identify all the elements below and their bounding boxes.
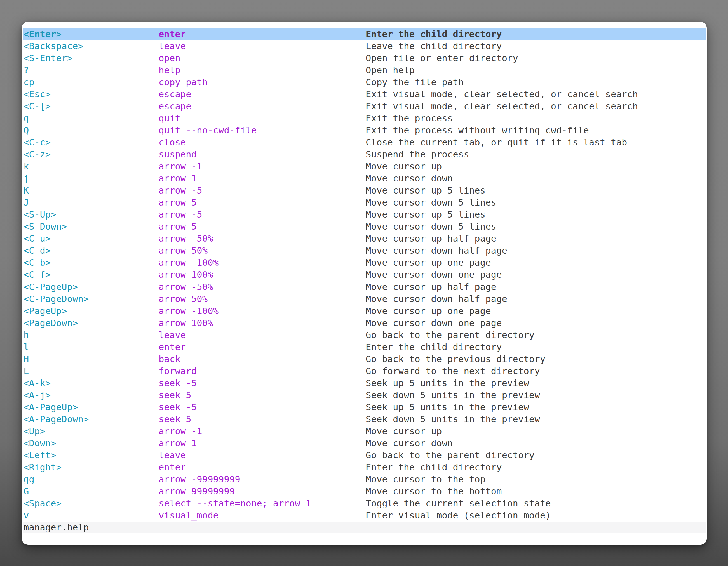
help-row[interactable]: <A-PageDown>seek 5Seek down 5 units in t…: [23, 413, 706, 425]
help-row[interactable]: <A-k>seek -5Seek up 5 units in the previ…: [23, 377, 706, 389]
description-cell: Move cursor down: [366, 438, 453, 448]
command-cell: arrow -1: [159, 161, 202, 172]
key-cell: q: [24, 113, 29, 124]
help-row[interactable]: Jarrow 5Move cursor down 5 lines: [23, 197, 706, 209]
help-row[interactable]: jarrow 1Move cursor down: [23, 173, 706, 185]
command-cell: open: [159, 53, 180, 64]
help-row[interactable]: <Up>arrow -1Move cursor up: [23, 425, 706, 437]
help-row[interactable]: vvisual_modeEnter visual mode (selection…: [23, 509, 706, 522]
key-cell: h: [24, 330, 29, 340]
command-cell: arrow -100%: [159, 257, 219, 268]
help-row[interactable]: <Space>select --state=none; arrow 1Toggl…: [23, 497, 706, 509]
help-row[interactable]: <C-z>suspendSuspend the process: [23, 148, 706, 160]
help-row[interactable]: <C-b>arrow -100%Move cursor up one page: [23, 257, 706, 269]
key-cell: <Backspace>: [24, 41, 83, 51]
description-cell: Seek up 5 units in the preview: [366, 378, 529, 388]
command-cell: arrow 1: [159, 438, 197, 448]
help-row[interactable]: <S-Enter>openOpen file or enter director…: [23, 52, 706, 64]
description-cell: Go back to the previous directory: [366, 354, 545, 364]
help-row[interactable]: <Left>leaveGo back to the parent directo…: [23, 449, 706, 461]
description-cell: Move cursor up one page: [366, 305, 491, 316]
description-cell: Open file or enter directory: [366, 53, 518, 64]
description-cell: Open help: [366, 65, 415, 76]
description-cell: Move cursor up: [366, 161, 442, 172]
command-cell: leave: [159, 41, 186, 51]
key-cell: <Space>: [24, 498, 62, 509]
command-cell: arrow -99999999: [159, 474, 240, 485]
help-row[interactable]: ?helpOpen help: [23, 64, 706, 76]
description-cell: Exit visual mode, clear selected, or can…: [366, 89, 638, 100]
description-cell: Exit the process: [366, 113, 453, 124]
command-cell: escape: [159, 89, 191, 100]
key-cell: <C-z>: [24, 149, 51, 160]
command-cell: enter: [159, 462, 186, 473]
help-row[interactable]: karrow -1Move cursor up: [23, 161, 706, 173]
help-row[interactable]: <A-j>seek 5Seek down 5 units in the prev…: [23, 389, 706, 401]
help-row[interactable]: <C-[>escapeExit visual mode, clear selec…: [23, 100, 706, 112]
help-row-selected[interactable]: <Enter>enterEnter the child directory: [23, 28, 706, 40]
command-cell: arrow 100%: [159, 269, 213, 280]
description-cell: Move cursor up half page: [366, 233, 496, 244]
terminal-help-window: <Enter>enterEnter the child directory<Ba…: [22, 22, 707, 545]
command-cell: arrow -1: [159, 426, 202, 436]
command-cell: leave: [159, 450, 186, 461]
description-cell: Enter the child directory: [366, 462, 502, 473]
help-row[interactable]: <C-c>closeClose the current tab, or quit…: [23, 136, 706, 148]
help-row[interactable]: <C-f>arrow 100%Move cursor down one page: [23, 269, 706, 281]
help-row[interactable]: <S-Down>arrow 5Move cursor down 5 lines: [23, 221, 706, 233]
command-cell: arrow 99999999: [159, 486, 235, 497]
help-row[interactable]: <C-d>arrow 50%Move cursor down half page: [23, 245, 706, 257]
command-cell: seek -5: [159, 378, 197, 388]
description-cell: Copy the file path: [366, 77, 464, 88]
key-cell: G: [24, 486, 29, 497]
command-cell: visual_mode: [159, 510, 219, 521]
help-row[interactable]: HbackGo back to the previous directory: [23, 353, 706, 365]
command-cell: arrow 5: [159, 221, 197, 232]
key-cell: <C-b>: [24, 257, 51, 268]
help-row[interactable]: <C-PageDown>arrow 50%Move cursor down ha…: [23, 293, 706, 305]
key-cell: <C-u>: [24, 233, 51, 244]
help-row[interactable]: hleaveGo back to the parent directory: [23, 329, 706, 341]
description-cell: Move cursor down 5 lines: [366, 197, 496, 208]
command-cell: arrow 50%: [159, 293, 208, 304]
help-row[interactable]: qquitExit the process: [23, 112, 706, 124]
key-cell: ?: [24, 65, 29, 76]
help-row[interactable]: <C-u>arrow -50%Move cursor up half page: [23, 233, 706, 245]
command-cell: enter: [159, 342, 186, 352]
command-cell: arrow 100%: [159, 318, 213, 328]
command-cell: back: [159, 354, 180, 364]
help-row[interactable]: <S-Up>arrow -5Move cursor up 5 lines: [23, 209, 706, 221]
command-cell: arrow -5: [159, 185, 202, 196]
key-cell: <Enter>: [24, 29, 62, 39]
key-cell: Q: [24, 125, 29, 136]
key-cell: H: [24, 354, 29, 364]
help-row[interactable]: Garrow 99999999Move cursor to the bottom: [23, 485, 706, 497]
description-cell: Go back to the parent directory: [366, 330, 534, 340]
help-row[interactable]: Karrow -5Move cursor up 5 lines: [23, 185, 706, 197]
help-row[interactable]: <A-PageUp>seek -5Seek up 5 units in the …: [23, 401, 706, 413]
help-row[interactable]: cpcopy pathCopy the file path: [23, 76, 706, 88]
command-cell: seek 5: [159, 414, 191, 424]
key-cell: <C-PageDown>: [24, 293, 89, 304]
help-row[interactable]: Qquit --no-cwd-fileExit the process with…: [23, 124, 706, 136]
help-row[interactable]: ggarrow -99999999Move cursor to the top: [23, 473, 706, 485]
help-row[interactable]: <C-PageUp>arrow -50%Move cursor up half …: [23, 281, 706, 293]
help-row[interactable]: lenterEnter the child directory: [23, 341, 706, 353]
help-row[interactable]: <Backspace>leaveLeave the child director…: [23, 40, 706, 52]
command-cell: arrow 5: [159, 197, 197, 208]
key-cell: <C-[>: [24, 101, 51, 112]
key-cell: <C-c>: [24, 137, 51, 148]
key-cell: v: [24, 510, 29, 521]
description-cell: Suspend the process: [366, 149, 469, 160]
description-cell: Move cursor down one page: [366, 318, 502, 328]
key-cell: <A-k>: [24, 378, 51, 388]
help-row[interactable]: <PageDown>arrow 100%Move cursor down one…: [23, 317, 706, 329]
help-row[interactable]: LforwardGo forward to the next directory: [23, 365, 706, 377]
help-row[interactable]: <PageUp>arrow -100%Move cursor up one pa…: [23, 305, 706, 317]
help-row[interactable]: <Esc>escapeExit visual mode, clear selec…: [23, 88, 706, 100]
description-cell: Toggle the current selection state: [366, 498, 551, 509]
help-row[interactable]: <Right>enterEnter the child directory: [23, 461, 706, 473]
key-cell: <Up>: [24, 426, 45, 436]
command-cell: suspend: [159, 149, 197, 160]
help-row[interactable]: <Down>arrow 1Move cursor down: [23, 437, 706, 449]
